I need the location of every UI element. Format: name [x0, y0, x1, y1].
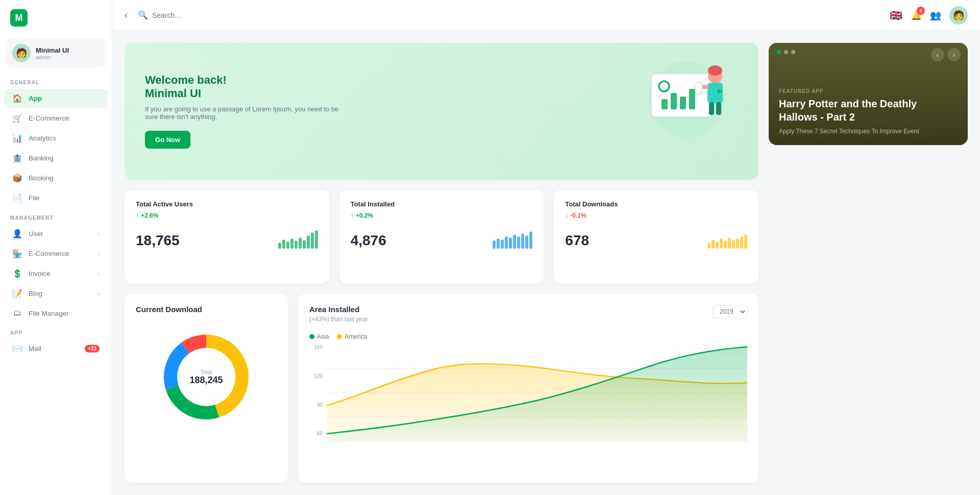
donut-value: 188,245 — [189, 375, 223, 386]
sidebar-item-analytics[interactable]: 📊 Analytics — [4, 129, 108, 148]
sidebar-item-mail[interactable]: ✉️ Mail +32 — [4, 339, 108, 358]
sidebar-item-user[interactable]: 👤 User › — [4, 224, 108, 243]
donut-label: Total — [189, 369, 223, 375]
featured-card-wrapper: ‹ › FEATURED APP Harry Potter and the De… — [769, 43, 968, 180]
sidebar-item-label: Booking — [29, 174, 54, 182]
stat-change-value: -0.1% — [570, 212, 586, 219]
sidebar-item-app[interactable]: 🏠 App — [4, 89, 108, 108]
sidebar-item-label: Blog — [29, 290, 42, 297]
svg-rect-10 — [709, 102, 714, 115]
legend-asia-label: Asia — [317, 333, 329, 340]
folder-icon: 🗂 — [12, 309, 22, 318]
slide-indicators — [777, 50, 795, 54]
legend-asia: Asia — [309, 333, 329, 340]
sidebar-item-invoice[interactable]: 💲 Invoice › — [4, 264, 108, 283]
welcome-description: If you are going to use a passage of Lor… — [145, 105, 339, 121]
area-chart-header: Area Installed (+43%) than last year 201… — [309, 305, 747, 331]
svg-rect-5 — [689, 89, 695, 109]
download-card-title: Current Download — [136, 305, 277, 314]
y-label: 90 — [309, 402, 323, 408]
stat-change-value: +2.6% — [141, 212, 158, 219]
donut-chart: Total 188,245 — [155, 326, 257, 428]
store-icon: 🏪 — [12, 249, 22, 258]
sidebar-item-ecommerce[interactable]: 🛒 E-Commerce — [4, 109, 108, 128]
sidebar-item-label: Analytics — [29, 134, 56, 142]
welcome-banner: Welcome back! Minimal UI If you are goin… — [125, 43, 758, 180]
asia-dot — [309, 334, 314, 339]
featured-card: ‹ › FEATURED APP Harry Potter and the De… — [769, 43, 968, 145]
welcome-illustration — [636, 48, 738, 140]
mail-badge: +32 — [85, 345, 100, 352]
y-label: 120 — [309, 373, 323, 379]
ecommerce-icon: 🛒 — [12, 113, 22, 123]
stat-label: Total Active Users — [136, 200, 318, 208]
sidebar-item-booking[interactable]: 📦 Booking — [4, 169, 108, 187]
year-select[interactable]: 2019 2020 2021 — [712, 305, 747, 318]
sidebar-item-banking[interactable]: 🏦 Banking — [4, 149, 108, 168]
stat-value: 18,765 — [136, 232, 180, 249]
topbar: ‹ 🔍 🇬🇧 🔔 2 👥 🧑 — [112, 0, 980, 31]
trend-up-icon: ↑ — [351, 212, 354, 219]
notifications-button[interactable]: 🔔 2 — [911, 10, 922, 21]
featured-label: FEATURED APP — [779, 88, 958, 94]
featured-content: FEATURED APP Harry Potter and the Deathl… — [779, 88, 958, 135]
user-card[interactable]: 🧑 Minimal UI admin — [6, 39, 106, 67]
sidebar-item-label: E-Commerce — [29, 114, 69, 122]
file-icon: 📄 — [12, 193, 22, 203]
sidebar-item-filemanager[interactable]: 🗂 File Manager — [4, 304, 108, 322]
stat-label: Total Downloads — [565, 200, 747, 208]
banking-icon: 🏦 — [12, 153, 22, 163]
area-svg — [327, 344, 747, 441]
stat-chart — [493, 228, 532, 249]
chevron-icon: › — [97, 231, 100, 237]
user-role: admin — [36, 54, 69, 60]
stats-row: Total Active Users ↑ +2.6% 18,765 — [125, 190, 758, 284]
collapse-button[interactable]: ‹ — [125, 10, 128, 20]
sidebar-item-label: App — [29, 95, 42, 102]
stat-chart — [707, 228, 747, 249]
area-chart-container: 150 120 90 60 — [309, 344, 747, 446]
content-area: Welcome back! Minimal UI If you are goin… — [112, 31, 980, 495]
current-download-card: Current Download — [125, 294, 288, 483]
svg-rect-4 — [680, 97, 686, 109]
search-icon: 🔍 — [138, 10, 148, 20]
avatar: 🧑 — [12, 44, 31, 62]
sidebar-item-file[interactable]: 📄 File — [4, 188, 108, 207]
sidebar-item-label: Mail — [29, 345, 41, 352]
sidebar-item-label: E-Commerce — [29, 250, 69, 257]
go-now-button[interactable]: Go Now — [145, 131, 190, 149]
dot-1 — [777, 50, 781, 54]
stat-downloads: Total Downloads ↓ -0.1% 678 — [554, 190, 758, 284]
dot-3 — [791, 50, 795, 54]
donut-chart-wrapper: Total 188,245 — [136, 316, 277, 438]
legend-america: America — [337, 333, 367, 340]
main-area: ‹ 🔍 🇬🇧 🔔 2 👥 🧑 Welcome back! Minimal UI — [112, 0, 980, 495]
user-avatar-topbar[interactable]: 🧑 — [949, 6, 968, 25]
trend-down-icon: ↓ — [565, 212, 568, 219]
topbar-right: 🇬🇧 🔔 2 👥 🧑 — [890, 6, 968, 25]
sidebar-item-blog[interactable]: 📝 Blog › — [4, 284, 108, 303]
stat-label: Total Installed — [351, 200, 533, 208]
logo-icon: M — [10, 9, 28, 27]
featured-next-button[interactable]: › — [947, 48, 961, 61]
section-management: MANAGEMENT — [0, 208, 112, 224]
stat-change: ↑ +0.2% — [351, 212, 533, 219]
stat-value: 4,876 — [351, 232, 386, 249]
area-chart-title: Area Installed — [309, 305, 368, 314]
language-flag[interactable]: 🇬🇧 — [890, 9, 902, 21]
search-input[interactable] — [152, 11, 244, 19]
contacts-icon[interactable]: 👥 — [930, 10, 941, 21]
sidebar-item-ecommerce-mgmt[interactable]: 🏪 E-Commerce › — [4, 244, 108, 263]
y-label: 150 — [309, 344, 323, 350]
trend-up-icon: ↑ — [136, 212, 139, 219]
featured-description: Apply These 7 Secret Techniques To Impro… — [779, 128, 958, 135]
featured-prev-button[interactable]: ‹ — [931, 48, 944, 61]
y-label: 60 — [309, 431, 323, 436]
user-name: Minimal UI — [36, 46, 69, 54]
svg-rect-13 — [695, 83, 702, 94]
search-area: 🔍 — [138, 10, 244, 20]
svg-rect-3 — [671, 93, 677, 109]
sidebar-item-label: Banking — [29, 154, 54, 162]
svg-rect-11 — [716, 102, 721, 115]
sidebar-item-label: File — [29, 194, 40, 202]
